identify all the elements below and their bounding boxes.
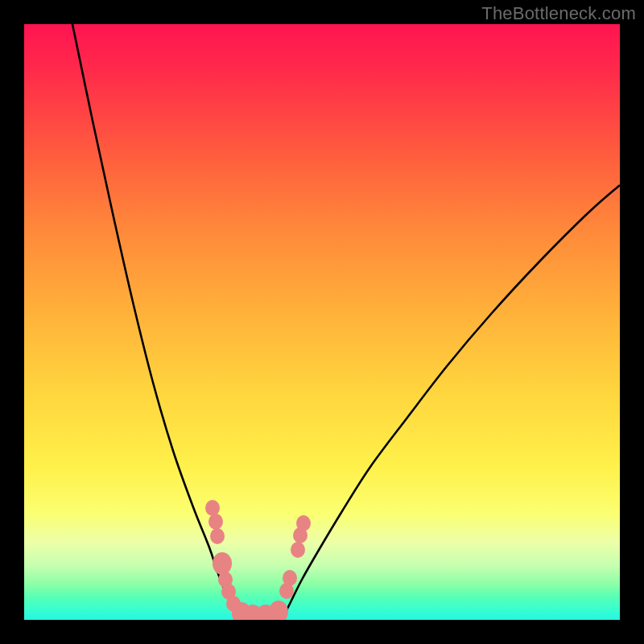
- watermark-text: TheBottleneck.com: [481, 3, 636, 24]
- dot-marker: [283, 570, 297, 586]
- plot-area: [24, 24, 620, 620]
- dot-marker: [256, 605, 275, 620]
- dot-marker: [296, 515, 311, 531]
- dot-marker: [269, 601, 288, 620]
- chart-canvas: TheBottleneck.com: [0, 0, 644, 644]
- dot-marker: [208, 514, 223, 530]
- dot-marker: [243, 605, 262, 620]
- dot-marker: [279, 583, 294, 599]
- left-curve: [72, 24, 242, 620]
- dot-marker: [210, 528, 225, 544]
- dot-marker: [232, 602, 251, 620]
- right-curve: [282, 185, 620, 620]
- dot-marker: [213, 552, 232, 575]
- dot-marker: [205, 500, 220, 516]
- curve-svg: [24, 24, 620, 620]
- dotted-segment: [205, 500, 311, 620]
- dot-marker: [291, 542, 305, 558]
- dot-marker: [221, 584, 236, 600]
- dot-marker: [226, 596, 241, 612]
- dot-marker: [218, 572, 233, 588]
- dot-marker: [293, 527, 308, 543]
